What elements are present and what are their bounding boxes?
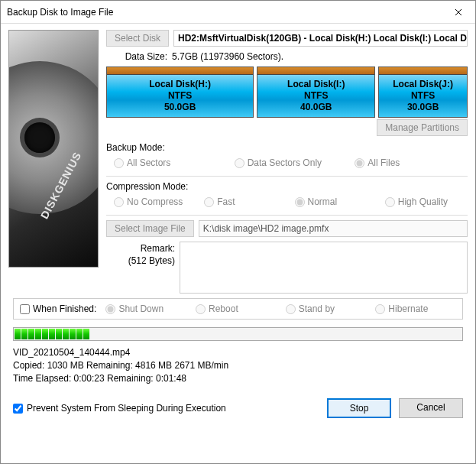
- partition[interactable]: Local Disk(I:) NTFS 40.0GB: [257, 67, 375, 118]
- partition-size: 50.0GB: [108, 102, 251, 113]
- radio-data-sectors: Data Sectors Only: [235, 157, 348, 168]
- data-size-label: Data Size:: [120, 51, 167, 62]
- partition-fs: NTFS: [108, 90, 251, 102]
- remark-textarea[interactable]: [180, 242, 468, 294]
- when-finished-checkbox[interactable]: When Finished:: [20, 303, 96, 314]
- manage-partitions-button: Manage Partitions: [377, 119, 468, 136]
- partition-name: Local Disk(J:): [380, 79, 465, 90]
- progress-bar: [13, 327, 463, 341]
- partition-size: 40.0GB: [259, 102, 373, 113]
- radio-standby: Stand by: [286, 303, 367, 314]
- sidebar-image: DISKGENIUS: [8, 30, 99, 298]
- select-image-file-button: Select Image File: [106, 220, 194, 237]
- partition[interactable]: Local Disk(J:) NTFS 30.0GB: [378, 67, 468, 118]
- compression-mode-label: Compression Mode:: [106, 181, 468, 192]
- time-elapsed-remaining: Time Elapsed: 0:00:23 Remaining: 0:01:48: [13, 373, 463, 384]
- radio-reboot: Reboot: [196, 303, 277, 314]
- radio-all-files: All Files: [355, 157, 468, 168]
- image-file-path: K:\disk image\HD2 image.pmfx: [199, 220, 468, 237]
- partition[interactable]: Local Disk(H:) NTFS 50.0GB: [106, 67, 254, 118]
- partition-map: Local Disk(H:) NTFS 50.0GB Local Disk(I:…: [106, 67, 468, 118]
- backup-mode-label: Backup Mode:: [106, 142, 468, 153]
- select-disk-button: Select Disk: [106, 30, 169, 47]
- radio-shutdown: Shut Down: [105, 303, 186, 314]
- remark-label: Remark:: [106, 243, 175, 255]
- radio-no-compress: No Compress: [114, 196, 196, 207]
- partition-name: Local Disk(H:): [108, 79, 251, 90]
- radio-hibernate: Hibernate: [375, 303, 456, 314]
- prevent-sleep-checkbox[interactable]: Prevent System From Sleeping During Exec…: [13, 403, 226, 414]
- copied-remaining: Copied: 1030 MB Remaining: 4816 MB 2671 …: [13, 360, 463, 371]
- window-title: Backup Disk to Image File: [7, 7, 113, 18]
- remark-sublabel: (512 Bytes): [106, 255, 175, 268]
- radio-fast: Fast: [204, 196, 287, 207]
- partition-size: 30.0GB: [380, 102, 465, 113]
- cancel-button[interactable]: Cancel: [399, 398, 463, 418]
- close-icon: [455, 8, 462, 16]
- radio-normal: Normal: [295, 196, 377, 207]
- disk-info-field: HD2:MsftVirtualDisk(120GB) - Local Disk(…: [173, 30, 468, 47]
- data-size-value: 5.7GB (11973960 Sectors).: [172, 51, 283, 62]
- partition-name: Local Disk(I:): [259, 79, 373, 90]
- current-file: VID_20210504_140444.mp4: [13, 347, 463, 358]
- stop-button[interactable]: Stop: [327, 398, 391, 418]
- partition-fs: NTFS: [380, 90, 465, 102]
- radio-high-quality: High Quality: [385, 196, 468, 207]
- radio-all-sectors: All Sectors: [114, 157, 227, 168]
- close-button[interactable]: [441, 1, 475, 23]
- partition-fs: NTFS: [259, 90, 373, 102]
